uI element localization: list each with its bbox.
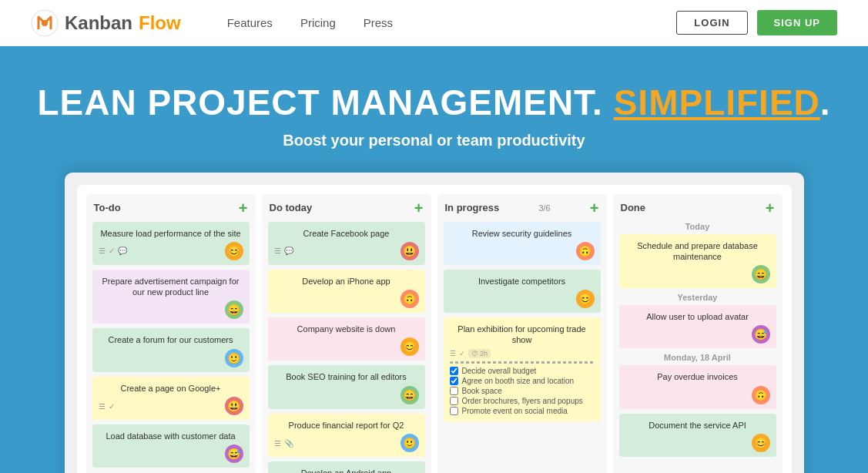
column-done: Done + Today Schedule and prepare databa… xyxy=(613,194,783,473)
nav-pricing[interactable]: Pricing xyxy=(300,16,336,29)
subtask-promote: Promote event on social media xyxy=(450,407,595,415)
card-upload-avatar-title: Allow user to upload avatar xyxy=(625,311,770,322)
column-todo-header: To-do + xyxy=(92,200,250,216)
nav-buttons: LOGIN SIGN UP xyxy=(676,10,837,35)
hero-title: LEAN PROJECT MANAGEMENT. SIMPLIFIED. xyxy=(31,83,837,122)
card-forum[interactable]: Create a forum for our customers 🙂 xyxy=(92,328,250,371)
card-financial-list-icon: ☰ xyxy=(274,439,281,448)
card-upload-avatar[interactable]: Allow user to upload avatar 😅 xyxy=(619,305,776,348)
card-financial[interactable]: Produce financial report for Q2 ☰ 📎 🙂 xyxy=(268,414,425,457)
subtask-promote-label: Promote event on social media xyxy=(462,407,568,415)
logo-flow-text: Flow xyxy=(139,12,181,34)
login-button[interactable]: LOGIN xyxy=(676,11,747,35)
card-competitors-title: Investigate competitors xyxy=(450,276,595,287)
subtask-brochures: Order brochures, flyers and popups xyxy=(450,397,595,405)
subtask-budget: Decide overall budget xyxy=(450,367,595,375)
date-label-today: Today xyxy=(619,222,776,231)
subtask-booth: Agree on booth size and location xyxy=(450,377,595,385)
card-facebook-title: Create Facebook page xyxy=(274,228,419,239)
card-exhibition-timer: ⏱ 2h xyxy=(468,349,491,358)
card-google-check-icon: ✓ xyxy=(109,402,115,411)
card-google-plus[interactable]: Create a page on Google+ ☰ ✓ 😃 xyxy=(92,377,250,420)
column-in-progress-add[interactable]: + xyxy=(590,200,599,216)
column-in-progress-count: 3/6 xyxy=(538,203,550,213)
card-android[interactable]: Develop an Android app 😅 xyxy=(268,461,425,473)
subtask-brochures-label: Order brochures, flyers and popups xyxy=(462,397,583,405)
column-do-today: Do today + Create Facebook page ☰ 💬 😃 De… xyxy=(262,194,431,473)
card-exhibition-title: Plan exhibition for upcoming trade show xyxy=(450,324,595,346)
avatar: 😅 xyxy=(225,444,243,463)
column-done-title: Done xyxy=(621,202,646,213)
subtask-book-space-checkbox[interactable] xyxy=(450,387,458,395)
card-measure-load[interactable]: Measure load performance of the site ☰ ✓… xyxy=(92,222,250,265)
avatar: 🙃 xyxy=(752,386,770,404)
avatar: 😊 xyxy=(576,290,595,308)
card-load-db[interactable]: Load database with customer data 😅 xyxy=(92,424,250,468)
card-database-maintenance[interactable]: Schedule and prepare database maintenanc… xyxy=(619,234,776,289)
column-todo: To-do + Measure load performance of the … xyxy=(86,194,256,473)
card-pay-invoices[interactable]: Pay overdue invoices 🙃 xyxy=(619,365,776,408)
hero-section: LEAN PROJECT MANAGEMENT. SIMPLIFIED. Boo… xyxy=(0,46,868,473)
avatar: 😊 xyxy=(400,337,419,356)
card-exhibition-list-icon: ☰ xyxy=(450,350,456,357)
card-measure-check-icon: ✓ xyxy=(109,247,115,255)
subtask-booth-label: Agree on booth size and location xyxy=(462,377,575,385)
card-google-plus-title: Create a page on Google+ xyxy=(99,383,243,394)
column-done-add[interactable]: + xyxy=(766,200,775,216)
card-advertisement[interactable]: Prepare advertisement campaign for our n… xyxy=(92,270,250,324)
card-iphone[interactable]: Develop an iPhone app 🙃 xyxy=(268,270,425,313)
logo[interactable]: KanbanFlow xyxy=(31,9,181,37)
card-competitors[interactable]: Investigate competitors 😊 xyxy=(444,270,601,313)
card-pay-invoices-title: Pay overdue invoices xyxy=(625,371,770,382)
avatar: 🙃 xyxy=(400,290,419,308)
signup-button[interactable]: SIGN UP xyxy=(757,10,837,35)
card-measure-list-icon: ☰ xyxy=(99,247,106,255)
card-financial-title: Produce financial report for Q2 xyxy=(274,420,419,431)
svg-point-1 xyxy=(42,20,48,26)
card-measure-load-title: Measure load performance of the site xyxy=(99,228,243,239)
card-seo[interactable]: Book SEO training for all editors 😄 xyxy=(268,365,425,408)
subtask-budget-label: Decide overall budget xyxy=(462,367,537,375)
navbar: KanbanFlow Features Pricing Press LOGIN … xyxy=(0,0,868,46)
board-wrapper: To-do + Measure load performance of the … xyxy=(65,173,804,473)
card-measure-chat-icon: 💬 xyxy=(118,247,127,255)
subtask-promote-checkbox[interactable] xyxy=(450,407,458,415)
logo-kanban-text: Kanban xyxy=(65,12,132,34)
card-facebook[interactable]: Create Facebook page ☰ 💬 😃 xyxy=(268,222,425,265)
avatar: 🙂 xyxy=(225,349,243,367)
subtask-brochures-checkbox[interactable] xyxy=(450,397,458,405)
subtask-budget-checkbox[interactable] xyxy=(450,367,458,375)
hero-title-part1: LEAN PROJECT MANAGEMENT. xyxy=(37,82,613,122)
avatar: 😊 xyxy=(225,242,243,260)
card-android-title: Develop an Android app xyxy=(274,468,419,473)
subtask-book-space: Book space xyxy=(450,387,595,395)
logo-icon xyxy=(31,9,59,37)
column-done-header: Done + xyxy=(619,200,776,216)
hero-title-period: . xyxy=(820,82,831,122)
subtask-booth-checkbox[interactable] xyxy=(450,377,458,385)
column-in-progress-title: In progress xyxy=(445,202,500,213)
nav-press[interactable]: Press xyxy=(364,16,393,29)
column-todo-title: To-do xyxy=(94,202,121,213)
avatar: 🙃 xyxy=(576,242,595,260)
card-forum-title: Create a forum for our customers xyxy=(99,334,243,345)
card-document-api[interactable]: Document the service API 😊 xyxy=(619,414,776,457)
card-security-title: Review security guidelines xyxy=(450,228,595,239)
nav-features[interactable]: Features xyxy=(227,16,273,29)
column-in-progress: In progress 3/6 + Review security guidel… xyxy=(437,194,607,473)
column-do-today-add[interactable]: + xyxy=(414,200,424,216)
hero-title-simplified: SIMPLIFIED xyxy=(614,82,820,122)
avatar: 😄 xyxy=(752,265,770,283)
card-website-down[interactable]: Company website is down 😊 xyxy=(268,317,425,361)
column-todo-add[interactable]: + xyxy=(239,200,248,216)
column-do-today-title: Do today xyxy=(270,202,313,213)
card-iphone-title: Develop an iPhone app xyxy=(274,276,419,287)
card-exhibition[interactable]: Plan exhibition for upcoming trade show … xyxy=(444,317,601,421)
card-document-api-title: Document the service API xyxy=(625,420,770,431)
card-security[interactable]: Review security guidelines 🙃 xyxy=(444,222,601,265)
avatar: 😃 xyxy=(225,397,243,415)
column-in-progress-header: In progress 3/6 + xyxy=(444,200,601,216)
avatar: 😄 xyxy=(225,300,243,319)
avatar: 🙂 xyxy=(400,434,419,452)
card-financial-attach-icon: 📎 xyxy=(284,439,293,448)
